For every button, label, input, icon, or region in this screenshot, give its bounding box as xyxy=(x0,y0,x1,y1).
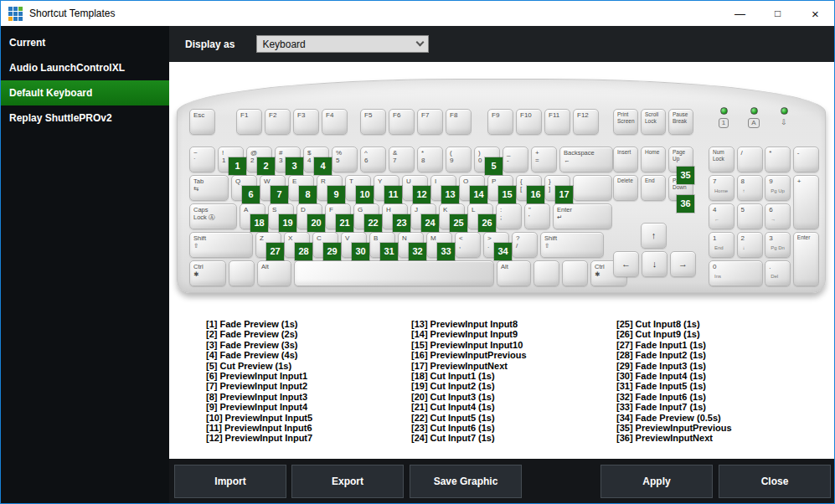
key-shift: Shift⇧ xyxy=(540,232,604,258)
led-symbol: 1 xyxy=(713,118,734,129)
key-blank: @22 xyxy=(246,147,272,172)
import-button[interactable]: Import xyxy=(174,465,286,498)
key-0: 0Ins xyxy=(709,260,763,286)
led-dot xyxy=(781,107,788,115)
export-button[interactable]: Export xyxy=(291,465,404,498)
key-e: E8 xyxy=(288,175,314,201)
key-blank: → xyxy=(670,251,696,277)
key-a: A18 xyxy=(240,203,265,229)
key-enter: Enter xyxy=(793,232,819,286)
key-blank: _- xyxy=(503,147,528,172)
shortcut-entry: [16] PreviewInputPrevious xyxy=(411,350,616,360)
key-f3: F3 xyxy=(293,109,319,135)
shortcut-entry: [13] PreviewInput Input8 xyxy=(411,319,616,329)
key-6: 6→ xyxy=(765,203,791,229)
shortcut-entry: [28] Fade Input2 (1s) xyxy=(616,350,822,360)
key-g: G22 xyxy=(353,203,379,229)
key-m: M33 xyxy=(426,232,452,258)
shortcut-entry: [14] PreviewInput Input9 xyxy=(411,329,616,339)
maximize-button[interactable]: □ xyxy=(759,1,796,26)
shortcut-entry: [6] PreviewInput Input1 xyxy=(206,371,411,381)
shortcut-badge-29: 29 xyxy=(323,243,341,260)
led-symbol: A xyxy=(743,118,765,129)
shortcut-entry: [34] Fade Preview (0.5s) xyxy=(616,413,822,423)
key-v: V30 xyxy=(341,232,367,258)
key-end: End xyxy=(641,175,666,201)
key-k: K25 xyxy=(439,203,465,229)
shortcut-badge-35: 35 xyxy=(677,167,694,184)
key-y: Y11 xyxy=(374,175,399,201)
keyboard-row: CapsLock ⒶA18S19D20F21G22H23J24K25L26:;"… xyxy=(189,203,612,229)
keyboard-row: PrintScreenScrollLockPauseBreak xyxy=(613,109,693,135)
shortcut-entry: [32] Fade Input6 (1s) xyxy=(616,392,822,402)
save-graphic-button[interactable]: Save Graphic xyxy=(410,465,522,498)
shortcut-badge-26: 26 xyxy=(478,214,496,232)
key-+: += xyxy=(531,147,557,172)
led-dot xyxy=(720,107,728,115)
key-print: PrintScreen xyxy=(613,109,638,135)
key-d: D20 xyxy=(296,203,322,229)
key-f2: F2 xyxy=(265,109,291,135)
key-3: 3Pg Dn xyxy=(765,232,791,258)
key-z: Z27 xyxy=(255,232,281,258)
titlebar: Shortcut Templates — □ × xyxy=(1,1,834,26)
display-as-value: Keyboard xyxy=(262,39,417,50)
led-indicator-scroll: ⇩ xyxy=(773,107,795,129)
key-f7: F7 xyxy=(417,109,443,135)
close-window-button[interactable]: × xyxy=(796,1,834,26)
key-blank: )05 xyxy=(474,147,500,172)
shortcut-entry: [18] Cut Input1 (1s) xyxy=(411,371,616,381)
key-blank: }]17 xyxy=(544,175,570,201)
sidebar-item-audio-launchcontrolxl[interactable]: Audio LaunchControlXL xyxy=(1,55,169,80)
shortcut-entry: [4] Fade Preview (4s) xyxy=(206,350,411,360)
key-blank: $44 xyxy=(303,147,329,172)
key-f6: F6 xyxy=(389,109,415,135)
shortcut-badge-3: 3 xyxy=(286,157,303,175)
shortcut-badge-33: 33 xyxy=(437,243,455,260)
shortcut-badge-20: 20 xyxy=(307,214,325,232)
key-esc: Esc xyxy=(189,109,215,135)
sidebar-item-replay-shuttleprov2[interactable]: Replay ShuttlePROv2 xyxy=(1,105,169,131)
apply-button[interactable]: Apply xyxy=(600,465,713,498)
shortcut-entry: [10] PreviewInput Input5 xyxy=(206,413,411,423)
keyboard-row: F5F6F7F8 xyxy=(360,109,472,135)
key-alt: Alt xyxy=(257,260,291,286)
shortcut-badge-34: 34 xyxy=(494,243,512,260)
key-insert: Insert xyxy=(613,147,638,172)
keyboard-row: ↑ xyxy=(641,223,667,249)
shortcut-entry: [12] PreviewInput Input7 xyxy=(206,433,411,443)
shortcut-entry: [20] Cut Input3 (1s) xyxy=(411,392,616,402)
key-blank: ~` xyxy=(189,147,215,172)
shortcut-badge-7: 7 xyxy=(271,186,288,203)
sidebar-item-default-keyboard[interactable]: Default Keyboard xyxy=(1,80,169,105)
key-page: PageUp35 xyxy=(668,147,693,172)
key-blank: %5 xyxy=(332,147,358,172)
keyboard-row: F1F2F3F4 xyxy=(236,109,348,135)
shortcut-badge-25: 25 xyxy=(450,214,467,232)
key-t: T10 xyxy=(345,175,371,201)
close-button[interactable]: Close xyxy=(719,465,831,498)
keyboard-row: ~`!11@22#33$44%5^6&7*8(9)05_-+=Backspace… xyxy=(189,147,613,172)
display-as-toolbar: Display as Keyboard xyxy=(169,26,834,62)
key-f11: F11 xyxy=(544,109,570,135)
key-blank xyxy=(573,175,612,201)
keyboard-row: Tab⇆Q6W7E8R9T10Y11U12I13O14P15{[16}]17 xyxy=(189,175,612,201)
sidebar-item-current[interactable]: Current xyxy=(1,30,169,55)
display-as-dropdown[interactable]: Keyboard xyxy=(256,35,429,53)
key-blank: <, xyxy=(455,232,481,258)
minimize-button[interactable]: — xyxy=(721,1,759,26)
led-indicator-a: A xyxy=(743,107,765,129)
key-f12: F12 xyxy=(573,109,599,135)
shortcut-list-column-2: [13] PreviewInput Input8[14] PreviewInpu… xyxy=(411,319,616,444)
key-1: 1End xyxy=(709,232,734,258)
key-blank: #33 xyxy=(275,147,301,172)
keyboard-row: Esc xyxy=(189,109,215,135)
key-b: B31 xyxy=(369,232,395,258)
shortcut-entry: [33] Fade Input7 (1s) xyxy=(616,402,822,412)
key-8: 8↑ xyxy=(737,175,763,201)
shortcut-badge-14: 14 xyxy=(470,186,487,203)
key-f: F21 xyxy=(325,203,351,229)
key-shift: Shift⇧ xyxy=(189,232,253,258)
shortcut-entry: [29] Fade Input3 (1s) xyxy=(616,361,822,371)
key-blank: (9 xyxy=(446,147,472,172)
